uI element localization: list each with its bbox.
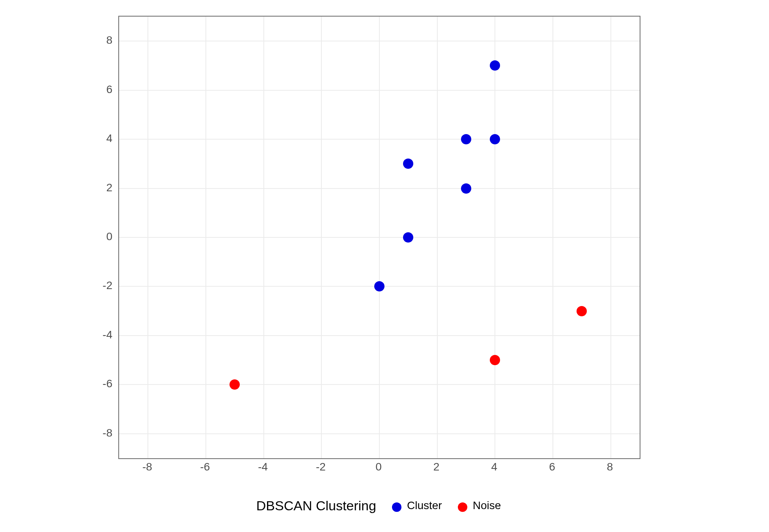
grid-horizontal xyxy=(119,384,640,385)
grid-horizontal xyxy=(119,41,640,41)
legend-entry-cluster: Cluster xyxy=(392,499,442,512)
x-tick-label: 4 xyxy=(482,461,506,473)
grid-horizontal xyxy=(119,433,640,434)
x-tick-label: -8 xyxy=(135,461,159,473)
data-point-cluster xyxy=(461,134,471,144)
legend-entry-noise: Noise xyxy=(458,499,501,512)
data-point-cluster xyxy=(403,159,413,169)
legend: DBSCAN Clustering Cluster Noise xyxy=(118,494,639,517)
grid-horizontal xyxy=(119,335,640,336)
data-point-cluster xyxy=(403,232,413,243)
x-tick-label: -6 xyxy=(193,461,217,473)
data-point-noise xyxy=(230,379,240,390)
y-tick-label: -6 xyxy=(81,377,112,390)
x-tick-label: -4 xyxy=(251,461,275,473)
chart-stage: DBSCAN Clustering Cluster Noise -8-6-4-2… xyxy=(0,0,769,532)
grid-horizontal xyxy=(119,237,640,238)
grid-horizontal xyxy=(119,188,640,189)
x-tick-label: 2 xyxy=(425,461,448,473)
data-point-cluster xyxy=(374,281,384,291)
grid-horizontal xyxy=(119,90,640,91)
plot-panel xyxy=(118,16,640,459)
x-tick-label: -2 xyxy=(309,461,332,473)
legend-label-cluster: Cluster xyxy=(407,499,442,511)
y-tick-label: 6 xyxy=(81,83,112,96)
x-tick-label: 8 xyxy=(598,461,622,473)
data-point-noise xyxy=(577,306,587,316)
data-point-noise xyxy=(490,355,500,365)
y-tick-label: 0 xyxy=(81,230,112,243)
y-tick-label: -2 xyxy=(81,279,112,292)
y-tick-label: -4 xyxy=(81,329,112,341)
y-tick-label: -8 xyxy=(81,427,112,439)
data-point-cluster xyxy=(490,60,500,71)
legend-dot-cluster xyxy=(392,502,401,512)
legend-label-noise: Noise xyxy=(473,499,501,511)
x-tick-label: 6 xyxy=(540,461,564,473)
y-tick-label: 8 xyxy=(81,34,112,47)
data-point-cluster xyxy=(461,183,471,194)
y-tick-label: 2 xyxy=(81,181,112,194)
data-point-cluster xyxy=(490,134,500,144)
legend-dot-noise xyxy=(458,502,467,512)
y-tick-label: 4 xyxy=(81,132,112,145)
grid-horizontal xyxy=(119,139,640,140)
x-tick-label: 0 xyxy=(367,461,390,473)
legend-title: DBSCAN Clustering xyxy=(256,498,376,513)
